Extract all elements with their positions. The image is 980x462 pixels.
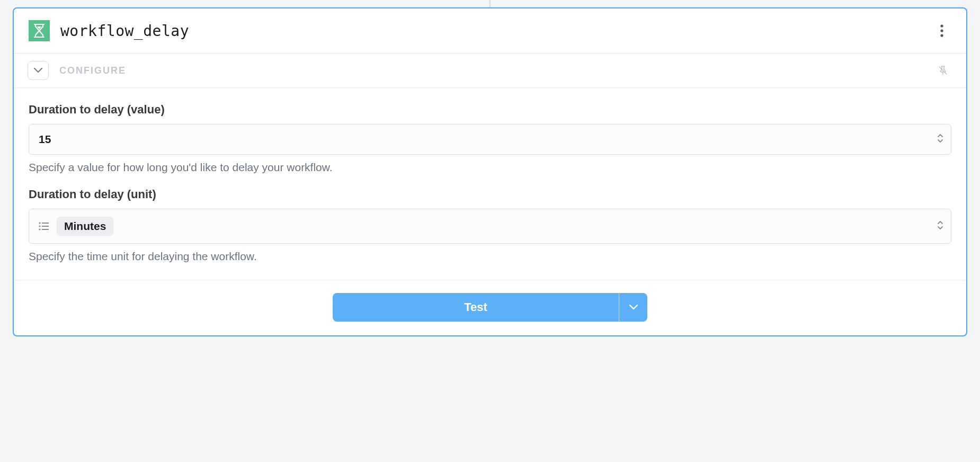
test-dropdown-button[interactable] bbox=[619, 293, 647, 322]
duration-unit-select[interactable]: Minutes bbox=[29, 209, 951, 244]
step-title[interactable]: workflow_delay bbox=[60, 22, 932, 40]
collapse-toggle[interactable] bbox=[28, 61, 49, 80]
connector-line-top bbox=[489, 0, 491, 7]
field-label-duration-unit: Duration to delay (unit) bbox=[29, 188, 951, 201]
form-body: Duration to delay (value) 15 Specify a v… bbox=[14, 88, 966, 280]
field-help-duration-value: Specify a value for how long you'd like … bbox=[29, 161, 951, 174]
svg-point-6 bbox=[39, 225, 40, 227]
duration-value-text: 15 bbox=[39, 133, 928, 146]
pin-button[interactable] bbox=[934, 62, 951, 79]
stepper-icon bbox=[937, 220, 943, 232]
configure-label: CONFIGURE bbox=[59, 65, 934, 76]
pin-off-icon bbox=[937, 65, 949, 76]
chevron-down-icon bbox=[629, 304, 638, 310]
more-menu-button[interactable] bbox=[932, 21, 951, 40]
svg-rect-5 bbox=[42, 223, 49, 224]
chevron-down-icon bbox=[33, 67, 43, 74]
test-button-group: Test bbox=[333, 293, 647, 322]
field-duration-value: Duration to delay (value) 15 Specify a v… bbox=[29, 103, 951, 174]
list-icon bbox=[39, 222, 49, 230]
svg-point-0 bbox=[940, 24, 943, 27]
duration-unit-value: Minutes bbox=[57, 217, 113, 236]
card-footer: Test bbox=[14, 280, 966, 335]
configure-bar: CONFIGURE bbox=[14, 54, 966, 88]
card-header: workflow_delay bbox=[14, 8, 966, 54]
field-label-duration-value: Duration to delay (value) bbox=[29, 103, 951, 117]
more-vertical-icon bbox=[940, 24, 943, 37]
svg-point-2 bbox=[940, 34, 943, 37]
step-card: workflow_delay CONFIGURE Duration to d bbox=[13, 7, 967, 336]
svg-rect-9 bbox=[42, 229, 49, 230]
hourglass-icon bbox=[29, 20, 50, 41]
svg-rect-7 bbox=[42, 226, 49, 227]
field-duration-unit: Duration to delay (unit) Minutes bbox=[29, 188, 951, 263]
svg-point-8 bbox=[39, 228, 40, 230]
duration-value-input[interactable]: 15 bbox=[29, 124, 951, 155]
test-button[interactable]: Test bbox=[333, 293, 619, 322]
svg-point-4 bbox=[39, 222, 40, 224]
field-help-duration-unit: Specify the time unit for delaying the w… bbox=[29, 250, 951, 263]
svg-point-1 bbox=[940, 29, 943, 32]
stepper-icon bbox=[937, 133, 943, 146]
